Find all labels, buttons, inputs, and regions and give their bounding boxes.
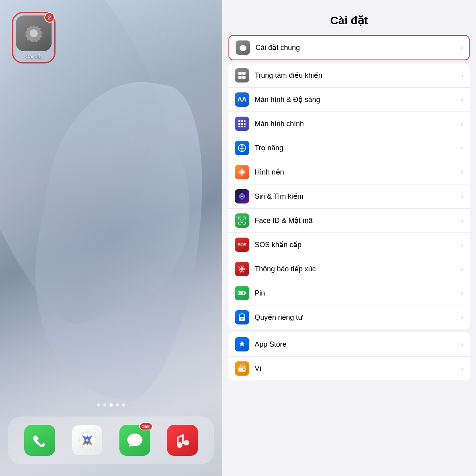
svg-point-39 [244,171,246,173]
aa-text: AA [237,96,246,103]
siri-icon [235,189,249,203]
settings-item-hinh-nen[interactable]: Hình nền › [228,160,470,184]
settings-item-man-hinh[interactable]: AA Màn hình & Độ sáng › [228,88,470,112]
wallet-svg [238,364,246,373]
svg-rect-12 [177,437,178,445]
settings-panel-title: Cài đặt [222,0,476,35]
home-screen-icon [238,119,246,128]
svg-rect-25 [244,123,246,125]
faceid-chevron: › [461,217,463,225]
faceid-icon [235,213,249,228]
sos-label: SOS khẩn cấp [255,240,461,249]
appstore-icon [235,337,249,351]
settings-app-wrapper: 2 Cài đặt [12,12,56,63]
safari-svg [77,430,97,450]
svg-point-38 [238,171,240,173]
svg-rect-19 [242,76,246,79]
settings-item-vi[interactable]: Ví › [228,357,470,380]
siri-label: Siri & Tìm kiếm [255,192,461,201]
svg-point-8 [86,439,88,441]
messages-badge: 356 [139,422,153,430]
settings-item-faceid[interactable]: Face ID & Mật mã › [228,209,470,233]
cai-dat-chung-label: Cài đặt chung [255,43,460,52]
svg-point-43 [244,174,245,175]
svg-rect-20 [238,120,240,122]
control-center-icon [238,71,246,80]
man-hinh-chinh-icon [235,117,249,131]
settings-badge: 2 [44,12,55,23]
trung-tam-chevron: › [461,71,463,80]
trung-tam-label: Trung tâm điều khiển [255,71,461,80]
siri-svg [238,192,246,201]
svg-rect-59 [243,369,245,370]
svg-rect-18 [238,76,242,79]
vi-label: Ví [255,365,461,373]
gear-icon [238,43,247,52]
faceid-label: Face ID & Mật mã [255,216,461,225]
settings-item-tro-nang[interactable]: Trợ năng › [228,136,470,160]
accessibility-icon [238,144,246,152]
siri-chevron: › [461,192,463,201]
settings-app-icon[interactable]: 2 [16,15,52,51]
tro-nang-label: Trợ năng [255,144,461,152]
pin-chevron: › [461,289,463,298]
settings-list: Cài đặt chung › Trung tâm điều khiển › [222,35,476,476]
svg-rect-28 [244,126,246,127]
settings-item-trung-tam[interactable]: Trung tâm điều khiển › [228,63,470,88]
man-hinh-chinh-label: Màn hình chính [255,120,461,128]
page-indicator [0,403,222,407]
svg-point-30 [241,145,243,147]
hinh-nen-icon [235,165,249,179]
pin-icon [235,286,249,300]
settings-item-sos[interactable]: SOS SOS khẩn cấp › [228,233,470,257]
vi-icon [235,361,249,376]
svg-rect-17 [242,72,246,75]
svg-point-1 [30,29,38,37]
page-dot-1 [97,403,100,407]
man-hinh-label: Màn hình & Độ sáng [255,95,461,104]
general-settings-section: Cài đặt chung › [228,35,470,60]
svg-rect-24 [241,123,243,125]
svg-rect-54 [245,292,246,294]
main-settings-group: Trung tâm điều khiển › AA Màn hình & Độ … [228,63,470,329]
tro-nang-icon [235,141,249,155]
svg-point-37 [241,174,243,176]
pin-label: Pin [255,289,461,298]
page-dot-2 [103,403,106,407]
sos-text: SOS [238,242,246,247]
cai-dat-chung-icon [236,40,250,55]
settings-item-appstore[interactable]: App Store › [228,332,470,357]
settings-item-siri[interactable]: Siri & Tìm kiếm › [228,184,470,209]
settings-panel: Cài đặt Cài đặt chung › [222,0,476,476]
privacy-label: Quyền riêng tư [255,313,461,322]
page-dot-4 [116,403,119,407]
exposure-svg [238,265,246,273]
svg-rect-21 [241,120,243,122]
page-dot-3 [109,403,113,407]
battery-icon [238,289,246,298]
man-hinh-chevron: › [461,96,463,104]
appstore-wallet-group: App Store › Ví › [228,332,470,380]
settings-item-pin[interactable]: Pin › [228,281,470,305]
appstore-label: App Store [255,340,461,349]
settings-item-privacy[interactable]: Quyền riêng tư › [228,305,470,329]
dock-messages-icon[interactable]: 356 [119,425,150,456]
phone-svg [31,432,48,449]
settings-item-exposure[interactable]: Thông báo tiếp xúc › [228,257,470,281]
privacy-svg [238,313,246,322]
hinh-nen-chevron: › [461,168,463,177]
svg-point-42 [240,174,241,175]
dock-phone-icon[interactable] [24,425,55,456]
settings-item-cai-dat-chung[interactable]: Cài đặt chung › [229,36,469,60]
svg-rect-22 [244,120,246,122]
sos-icon: SOS [235,238,249,252]
privacy-chevron: › [461,313,463,322]
svg-point-40 [240,170,241,171]
exposure-icon [235,262,249,276]
dock-music-icon[interactable] [167,425,198,456]
svg-point-35 [240,170,244,174]
wallpaper-icon [238,168,246,177]
svg-point-41 [244,170,245,171]
dock-safari-icon[interactable] [72,425,103,456]
settings-item-man-hinh-chinh[interactable]: Màn hình chính › [228,112,470,136]
